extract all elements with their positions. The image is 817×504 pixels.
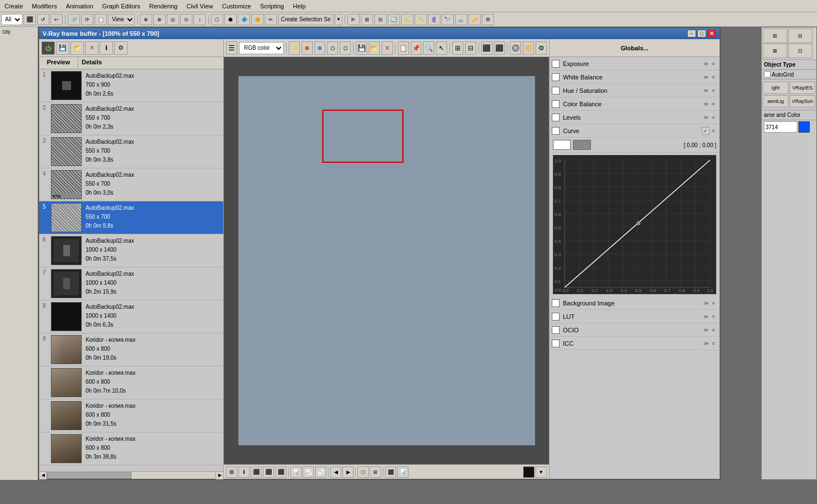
fr-btn-1[interactable]: ⊞ bbox=[763, 29, 787, 43]
history-list[interactable]: 1 AutoBackup02.max700 x 9000h 0m 2,6s 2 … bbox=[39, 69, 223, 471]
render-btn-11[interactable]: ⚙ bbox=[536, 41, 547, 55]
render-btn-3[interactable]: ■ bbox=[314, 41, 326, 55]
globals-bg-list[interactable]: ≡ bbox=[710, 299, 717, 307]
globals-bg-checkbox[interactable] bbox=[552, 299, 560, 307]
toolbar-btn-21[interactable]: 📐 bbox=[401, 14, 414, 25]
curve-graph-container[interactable]: 1.0 0.9 0.8 0.7 0.6 0.5 0.4 0.3 0.2 0.1 … bbox=[553, 155, 716, 294]
scroll-right-btn[interactable]: ▶ bbox=[215, 472, 223, 479]
toolbar-btn-1[interactable]: ⬛ bbox=[24, 14, 36, 25]
fr-btn-4[interactable]: ⊡ bbox=[788, 44, 813, 58]
render-canvas[interactable] bbox=[224, 57, 549, 464]
toolbar-btn-16[interactable]: ✏ bbox=[265, 14, 277, 25]
history-item-4[interactable]: 4 AutoBackup02.max550 x 7000h 0m 3,0s bbox=[39, 168, 223, 201]
curve-swatch-white[interactable] bbox=[553, 140, 571, 150]
globals-lut-list[interactable]: ≡ bbox=[710, 313, 717, 321]
render-btn-9[interactable]: 🔘 bbox=[510, 41, 521, 55]
fr-btn-3[interactable]: ⊠ bbox=[763, 44, 787, 58]
render-btn-save[interactable]: 💾 bbox=[356, 41, 367, 55]
bottom-btn-1[interactable]: ⊞ bbox=[226, 467, 237, 478]
render-btn-5[interactable]: ⊞ bbox=[452, 41, 463, 55]
bottom-btn-6[interactable]: 📊 bbox=[290, 467, 302, 478]
menu-customize[interactable]: Customize bbox=[218, 2, 256, 11]
color-mode-select[interactable]: RGB color bbox=[239, 42, 284, 54]
bottom-btn-5[interactable]: ⬛ bbox=[275, 467, 287, 478]
menu-rendering[interactable]: Rendering bbox=[144, 2, 182, 11]
globals-hue-checkbox[interactable] bbox=[552, 87, 560, 95]
color-swatch-btn[interactable] bbox=[799, 121, 810, 133]
toolbar-btn-26[interactable]: 🔑 bbox=[468, 14, 481, 25]
hist-settings-btn[interactable]: ⚙ bbox=[114, 41, 128, 55]
render-menu-btn[interactable]: ☰ bbox=[226, 41, 237, 55]
globals-ocio-list[interactable]: ≡ bbox=[710, 326, 717, 334]
globals-icc-dbl[interactable]: ≫ bbox=[702, 340, 710, 347]
bottom-btn-2[interactable]: ℹ bbox=[238, 467, 250, 478]
toolbar-btn-9[interactable]: ◎ bbox=[167, 14, 179, 25]
globals-levels-list[interactable]: ≡ bbox=[710, 114, 717, 121]
render-btn-2[interactable]: ■ bbox=[302, 41, 313, 55]
menu-graph-editors[interactable]: Graph Editors bbox=[98, 2, 145, 11]
globals-curve-check-active[interactable]: ✓ bbox=[702, 127, 710, 135]
globals-levels-checkbox[interactable] bbox=[552, 114, 560, 121]
create-selection-btn[interactable]: Create Selection Se bbox=[278, 14, 334, 25]
toolbar-btn-22[interactable]: 📏 bbox=[415, 14, 427, 25]
render-btn-cursor[interactable]: ↖ bbox=[436, 41, 447, 55]
globals-ocio-checkbox[interactable] bbox=[552, 326, 560, 334]
toolbar-btn-18[interactable]: ⊞ bbox=[361, 14, 373, 25]
render-btn-paste[interactable]: 📌 bbox=[411, 41, 422, 55]
history-item-10[interactable]: Koridor - копия.max600 x 8000h 0m 7m 10,… bbox=[39, 366, 223, 399]
menu-modifiers[interactable]: Modifiers bbox=[27, 2, 62, 11]
toolbar-btn-6[interactable]: 📋 bbox=[95, 14, 107, 25]
toolbar-btn-19[interactable]: ⊟ bbox=[374, 14, 387, 25]
menu-help[interactable]: Help bbox=[288, 2, 310, 11]
scroll-thumb-h[interactable] bbox=[47, 472, 132, 479]
bottom-btn-9[interactable]: ◀ bbox=[330, 467, 341, 478]
globals-lut-dbl[interactable]: ≫ bbox=[702, 313, 710, 321]
globals-hue-dbl[interactable]: ≫ bbox=[702, 87, 710, 95]
render-btn-refresh[interactable]: ⚡ bbox=[289, 41, 300, 55]
render-btn-6[interactable]: ⊟ bbox=[465, 41, 476, 55]
mode-select[interactable]: All bbox=[1, 14, 22, 25]
toolbar-btn-17[interactable]: ⫸ bbox=[348, 14, 360, 25]
bottom-btn-10[interactable]: ▶ bbox=[342, 467, 354, 478]
globals-exposure-dbl[interactable]: ≫ bbox=[702, 60, 710, 68]
menu-create[interactable]: Create bbox=[0, 2, 27, 11]
bottom-btn-down[interactable]: ▼ bbox=[536, 467, 547, 478]
toolbar-btn-23[interactable]: 🔮 bbox=[428, 14, 440, 25]
name-input[interactable] bbox=[764, 121, 797, 133]
bottom-btn-black-square[interactable] bbox=[523, 467, 534, 478]
history-item-11[interactable]: Koridor - копия.max600 x 8000h 0m 31,5s bbox=[39, 399, 223, 432]
toolbar-btn-15[interactable]: 🔶 bbox=[251, 14, 264, 25]
history-item-5[interactable]: 5 AutoBackup02.max550 x 7000h 0m 9,8s bbox=[39, 201, 223, 234]
render-selection-box[interactable] bbox=[322, 110, 403, 163]
history-item-7[interactable]: 7 AutoBackup02.max1000 x 14000h 2m 15,9s bbox=[39, 267, 223, 300]
globals-exposure-checkbox[interactable] bbox=[552, 60, 560, 68]
history-item-2[interactable]: 2 AutoBackup02.max550 x 7000h 0m 2,3s bbox=[39, 102, 223, 135]
globals-ocio-dbl[interactable]: ≫ bbox=[702, 326, 710, 334]
toolbar-btn-11[interactable]: ↕ bbox=[194, 14, 206, 25]
menu-scripting[interactable]: Scripting bbox=[256, 2, 289, 11]
globals-curve-list[interactable]: ≡ bbox=[710, 127, 717, 135]
toolbar-btn-13[interactable]: ⬢ bbox=[224, 14, 237, 25]
history-item-9[interactable]: 9 Koridor - копия.max600 x 8000h 0m 19,0… bbox=[39, 333, 223, 366]
bottom-btn-13[interactable]: ⬛ bbox=[385, 467, 396, 478]
history-item-8[interactable]: 8 AutoBackup02.max1000 x 14000h 0m 6,3s bbox=[39, 300, 223, 333]
render-btn-10[interactable]: 🔆 bbox=[523, 41, 534, 55]
globals-wb-checkbox[interactable] bbox=[552, 73, 560, 81]
scroll-track-h[interactable] bbox=[47, 472, 215, 479]
toolbar-btn-3[interactable]: ↩ bbox=[50, 14, 63, 25]
vraysun-btn[interactable]: VRaySun bbox=[790, 95, 815, 107]
bottom-btn-12[interactable]: ⊞ bbox=[370, 467, 381, 478]
toolbar-dropdown-arrow[interactable]: ▼ bbox=[335, 14, 342, 25]
history-item-3[interactable]: 3 AutoBackup02.max550 x 7000h 0m 3,8s bbox=[39, 135, 223, 168]
window-maximize-btn[interactable]: □ bbox=[697, 30, 706, 37]
globals-wb-list[interactable]: ≡ bbox=[710, 73, 717, 81]
vrayies-btn[interactable]: VRayIES bbox=[790, 82, 815, 94]
hist-save-btn[interactable]: 💾 bbox=[56, 41, 69, 55]
toolbar-btn-4[interactable]: 🔗 bbox=[68, 14, 80, 25]
globals-cb-checkbox[interactable] bbox=[552, 100, 560, 108]
bottom-btn-11[interactable]: ⬡ bbox=[358, 467, 369, 478]
render-btn-7[interactable]: ⬛ bbox=[481, 41, 492, 55]
globals-lut-checkbox[interactable] bbox=[552, 313, 560, 321]
hist-power-btn[interactable]: ⏻ bbox=[41, 41, 55, 55]
toolbar-btn-20[interactable]: 🔄 bbox=[388, 14, 400, 25]
